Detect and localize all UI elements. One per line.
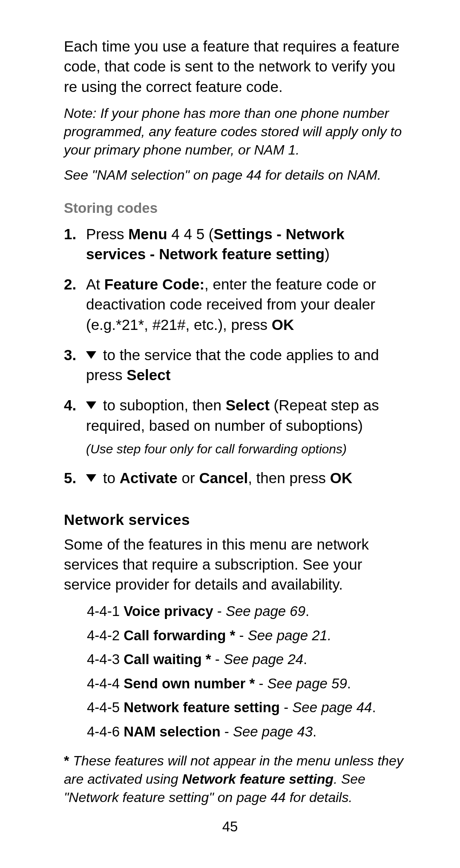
footnote-nfs: Network feature setting [182, 771, 334, 787]
menu-code: 4-4-4 [87, 676, 124, 691]
ok-key: OK [267, 316, 294, 333]
select-key: Select [126, 367, 170, 383]
down-arrow-icon [86, 474, 96, 482]
tail: . [372, 699, 376, 715]
text: to suboption, then [99, 397, 226, 413]
step-number: 3. [64, 345, 86, 365]
step-2: 2. At Feature Code:, enter the feature c… [64, 274, 407, 335]
note-multi-number: Note: If your phone has more than one ph… [64, 104, 407, 160]
menu-name: Send own number * [124, 676, 255, 691]
menu-name: NAM selection [124, 724, 220, 739]
dash: - [221, 724, 233, 739]
menu-item-voice-privacy: 4-4-1 Voice privacy - See page 69. [87, 602, 407, 621]
feature-code-label: Feature Code: [104, 276, 204, 292]
page-number: 45 [0, 819, 460, 835]
menu-name: Call waiting * [124, 651, 211, 667]
intro-paragraph: Each time you use a feature that require… [64, 36, 407, 97]
cancel-key: Cancel [199, 470, 248, 486]
menu-code: 4-4-1 [87, 603, 124, 619]
tail: . [303, 651, 307, 667]
dash: - [255, 676, 267, 691]
step-1: 1. Press Menu 4 4 5 (Settings - Network … [64, 224, 407, 264]
network-services-menu: 4-4-1 Voice privacy - See page 69. 4-4-2… [87, 602, 407, 741]
text: or [178, 470, 199, 486]
menu-code: 4-4-6 [87, 724, 124, 739]
dash: - [211, 651, 224, 667]
down-arrow-icon [86, 401, 96, 409]
network-services-heading: Network services [64, 511, 407, 528]
footnote-star: * [64, 753, 73, 768]
step-sub-note: (Use step four only for call forwarding … [86, 441, 407, 458]
step-body: to the service that the code applies to … [86, 345, 407, 385]
dash: - [213, 603, 226, 619]
text: 4 4 5 ( [171, 226, 213, 242]
page-ref: See page 21. [248, 627, 331, 643]
menu-item-call-forwarding: 4-4-2 Call forwarding * - See page 21. [87, 626, 407, 645]
menu-item-send-own-number: 4-4-4 Send own number * - See page 59. [87, 674, 407, 693]
menu-name: Voice privacy [124, 603, 213, 619]
step-3: 3. to the service that the code applies … [64, 345, 407, 385]
page-content: Each time you use a feature that require… [0, 0, 460, 807]
dash: - [280, 699, 292, 715]
menu-code: 4-4-2 [87, 627, 124, 643]
footnote: * These features will not appear in the … [64, 752, 407, 807]
page-ref: See page 59 [267, 676, 347, 691]
step-4: 4. to suboption, then Select (Repeat ste… [64, 395, 407, 458]
tail: . [313, 724, 316, 739]
storing-codes-heading: Storing codes [64, 200, 407, 216]
menu-code: 4-4-5 [87, 699, 124, 715]
step-5: 5. to Activate or Cancel, then press OK [64, 468, 407, 488]
step-body: Press Menu 4 4 5 (Settings - Network ser… [86, 224, 407, 264]
menu-name: Call forwarding * [124, 627, 235, 643]
text: ) [325, 246, 330, 262]
step-number: 4. [64, 395, 86, 415]
step-number: 5. [64, 468, 86, 488]
text: , then press [248, 470, 326, 486]
text: Press [86, 226, 124, 242]
down-arrow-icon [86, 351, 96, 359]
ok-key: OK [326, 470, 352, 486]
menu-code: 4-4-3 [87, 651, 124, 667]
step-body: At Feature Code:, enter the feature code… [86, 274, 407, 335]
select-key: Select [226, 397, 270, 413]
page-ref: See page 44 [292, 699, 372, 715]
dash: - [235, 627, 247, 643]
storing-codes-steps: 1. Press Menu 4 4 5 (Settings - Network … [64, 224, 407, 488]
page-ref: See page 24 [224, 651, 303, 667]
text: to [99, 470, 120, 486]
menu-item-call-waiting: 4-4-3 Call waiting * - See page 24. [87, 650, 407, 669]
step-number: 1. [64, 224, 86, 244]
page-ref: See page 43 [233, 724, 313, 739]
page-ref: See page 69 [226, 603, 305, 619]
activate-key: Activate [120, 470, 178, 486]
menu-item-nam-selection: 4-4-6 NAM selection - See page 43. [87, 722, 407, 742]
menu-name: Network feature setting [124, 699, 280, 715]
text: At [86, 276, 104, 292]
menu-item-network-feature-setting: 4-4-5 Network feature setting - See page… [87, 698, 407, 717]
step-number: 2. [64, 274, 86, 294]
tail: . [347, 676, 351, 691]
step-body: to suboption, then Select (Repeat step a… [86, 395, 407, 458]
note-nam-reference: See "NAM selection" on page 44 for detai… [64, 166, 407, 184]
step-body: to Activate or Cancel, then press OK [86, 468, 407, 488]
network-services-intro: Some of the features in this menu are ne… [64, 534, 407, 595]
menu-key: Menu [124, 226, 171, 242]
tail: . [305, 603, 309, 619]
